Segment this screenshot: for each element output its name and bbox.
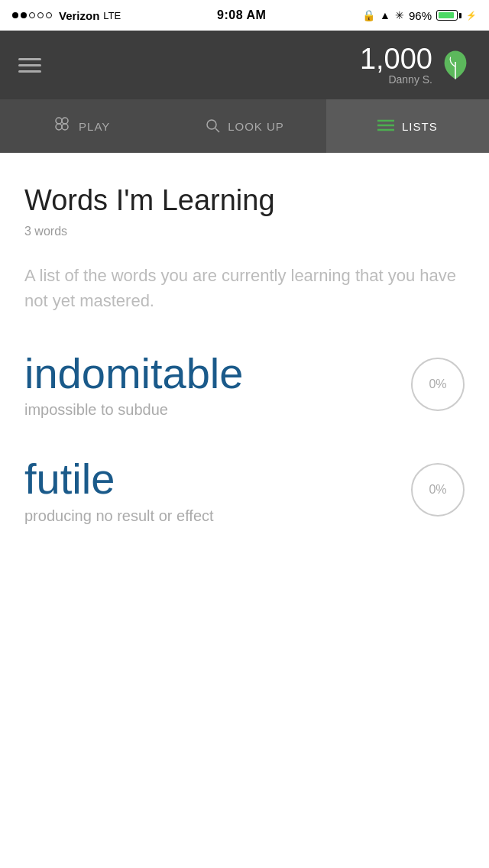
svg-line-5 (215, 128, 219, 132)
word-item-futile[interactable]: futile producing no result or effect 0% (24, 455, 465, 549)
word-text-2: futile (24, 455, 399, 503)
list-description: A list of the words you are currently le… (24, 263, 465, 313)
word-info-2: futile producing no result or effect (24, 455, 399, 525)
location-icon: ▲ (380, 9, 390, 21)
nav-tabs: PLAY LOOK UP LISTS (0, 99, 489, 153)
battery-percent: 96% (409, 9, 432, 22)
battery-fill (439, 12, 454, 18)
svg-point-2 (56, 124, 62, 130)
menu-button[interactable] (18, 58, 41, 73)
svg-point-0 (56, 118, 62, 124)
svg-point-4 (207, 120, 216, 129)
lists-icon (377, 118, 394, 134)
tab-lookup-label: LOOK UP (228, 120, 284, 133)
signal-dot-5 (46, 12, 52, 18)
signal-dot-2 (21, 12, 27, 18)
leaf-icon (440, 50, 471, 80)
progress-circle-1: 0% (411, 358, 465, 411)
word-definition-2: producing no result or effect (24, 507, 399, 525)
status-left: Verizon LTE (12, 9, 121, 22)
word-count: 3 words (24, 225, 465, 238)
tab-lookup[interactable]: LOOK UP (163, 99, 325, 153)
svg-point-3 (62, 124, 68, 130)
word-info-1: indomitable impossible to subdue (24, 350, 399, 419)
bluetooth-icon: ✳ (395, 9, 404, 21)
battery-tip (459, 13, 461, 18)
hamburger-line-3 (18, 70, 41, 73)
status-right: 🔒 ▲ ✳ 96% ⚡ (362, 9, 477, 22)
play-icon (53, 115, 71, 138)
status-time: 9:08 AM (217, 8, 266, 22)
tab-play-label: PLAY (79, 120, 110, 133)
score-username: Danny S. (360, 73, 432, 86)
score-number: 1,000 (360, 44, 432, 73)
hamburger-line-2 (18, 64, 41, 66)
signal-dots (12, 12, 52, 18)
battery-body (436, 10, 458, 21)
tab-play[interactable]: PLAY (0, 99, 163, 153)
carrier-name: Verizon (59, 9, 99, 22)
signal-dot-3 (29, 12, 35, 18)
score-section: 1,000 Danny S. (360, 44, 432, 86)
word-item-indomitable[interactable]: indomitable impossible to subdue 0% (24, 350, 465, 444)
tab-lists-label: LISTS (402, 120, 438, 133)
progress-text-2: 0% (429, 483, 446, 497)
lock-icon: 🔒 (362, 9, 375, 21)
hamburger-line-1 (18, 58, 41, 60)
app-header: 1,000 Danny S. (0, 31, 489, 99)
main-content: Words I'm Learning 3 words A list of the… (0, 153, 489, 592)
search-icon (205, 118, 220, 135)
status-bar: Verizon LTE 9:08 AM 🔒 ▲ ✳ 96% ⚡ (0, 0, 489, 31)
network-type: LTE (103, 10, 121, 21)
word-definition-1: impossible to subdue (24, 401, 399, 419)
progress-text-1: 0% (429, 377, 446, 391)
signal-dot-1 (12, 12, 18, 18)
progress-circle-2: 0% (411, 463, 465, 517)
charging-icon: ⚡ (466, 11, 477, 21)
tab-lists[interactable]: LISTS (326, 99, 489, 153)
signal-dot-4 (37, 12, 44, 18)
word-text-1: indomitable (24, 350, 399, 397)
battery-icon (436, 10, 461, 21)
list-title: Words I'm Learning (24, 183, 465, 219)
header-right: 1,000 Danny S. (360, 44, 471, 86)
svg-point-1 (62, 118, 68, 124)
